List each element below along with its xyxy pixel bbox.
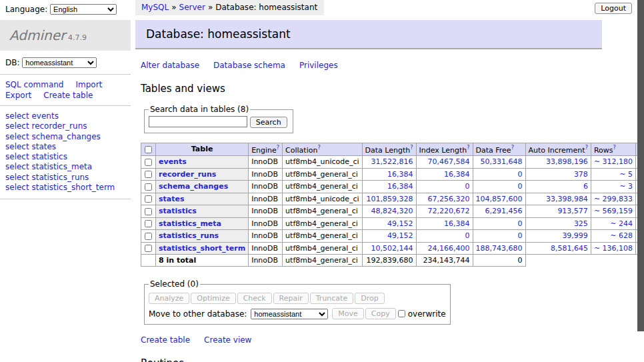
row-checkbox[interactable] xyxy=(145,233,152,240)
auto-increment-cell[interactable]: 39,999 xyxy=(525,230,591,243)
table-name-link[interactable]: schema_changes xyxy=(159,182,228,191)
auto-increment-cell[interactable]: 33,398,984 xyxy=(525,193,591,205)
rows-cell[interactable]: ~ 5 xyxy=(591,168,635,181)
database-schema-link[interactable]: Database schema xyxy=(213,61,285,70)
data-length-cell[interactable]: 49,152 xyxy=(362,217,416,230)
repair-button[interactable]: Repair xyxy=(273,293,309,304)
data-free-cell[interactable]: 0 xyxy=(473,168,525,181)
auto-increment-cell[interactable]: 6 xyxy=(525,181,591,193)
sidebar-select-statistics-meta-link[interactable]: select statistics_meta xyxy=(5,162,131,172)
row-checkbox[interactable] xyxy=(145,159,152,166)
privileges-link[interactable]: Privileges xyxy=(299,61,338,70)
sidebar-select-states-link[interactable]: select states xyxy=(5,142,131,152)
data-free-cell[interactable]: 6,291,456 xyxy=(473,205,525,218)
data-length-cell[interactable]: 10,502,144 xyxy=(362,242,416,255)
sidebar-sql-command-link[interactable]: SQL command xyxy=(5,80,63,89)
help-collation-link[interactable]: ? xyxy=(317,145,320,151)
table-name-link[interactable]: statistics xyxy=(159,207,197,215)
table-name-link[interactable]: recorder_runs xyxy=(159,170,216,179)
table-name-link[interactable]: states xyxy=(159,195,185,203)
help-rows-link[interactable]: ? xyxy=(613,145,615,151)
search-button[interactable]: Search xyxy=(250,117,287,128)
rows-cell[interactable]: ~ 569,159 xyxy=(591,205,635,218)
search-input[interactable] xyxy=(149,116,247,127)
index-length-cell[interactable]: 24,166,400 xyxy=(416,242,473,255)
data-free-cell[interactable]: 0 xyxy=(473,181,525,193)
rows-cell[interactable]: ~ 136,108 xyxy=(591,242,635,255)
auto-increment-cell[interactable]: 325 xyxy=(525,217,591,230)
create-view-link[interactable]: Create view xyxy=(204,335,251,345)
row-checkbox[interactable] xyxy=(145,245,152,252)
move-button[interactable]: Move xyxy=(332,308,364,319)
help-engine-link[interactable]: ? xyxy=(277,145,279,151)
language-select[interactable]: English xyxy=(50,4,117,15)
analyze-button[interactable]: Analyze xyxy=(149,293,189,304)
help-auto-increment-link[interactable]: ? xyxy=(585,145,588,151)
sidebar-select-schema-changes-link[interactable]: select schema_changes xyxy=(5,132,131,142)
sidebar-select-statistics-short-term-link[interactable]: select statistics_short_term xyxy=(5,183,131,193)
table-name-link[interactable]: events xyxy=(159,157,187,166)
index-length-cell[interactable]: 67,256,320 xyxy=(416,193,473,205)
sidebar-select-statistics-runs-link[interactable]: select statistics_runs xyxy=(5,173,131,183)
sidebar-select-recorder-runs-link[interactable]: select recorder_runs xyxy=(5,121,131,131)
row-checkbox[interactable] xyxy=(145,208,152,215)
check-button[interactable]: Check xyxy=(237,293,272,304)
rows-cell[interactable]: ~ 244 xyxy=(591,217,635,230)
rows-cell[interactable]: ~ 312,180 xyxy=(591,156,635,169)
rows-cell[interactable]: ~ 3 xyxy=(591,181,635,193)
row-checkbox[interactable] xyxy=(145,171,152,178)
help-data-length-link[interactable]: ? xyxy=(410,145,413,151)
table-name-link[interactable]: statistics_short_term xyxy=(159,244,245,253)
rows-cell[interactable]: ~ 628 xyxy=(591,230,635,243)
adminer-logo[interactable]: Adminer xyxy=(9,27,65,43)
alter-database-link[interactable]: Alter database xyxy=(141,61,199,70)
data-free-cell[interactable]: 0 xyxy=(473,217,525,230)
move-database-select[interactable]: homeassistant xyxy=(251,309,328,319)
data-free-cell[interactable]: 0 xyxy=(473,230,525,243)
breadcrumb-server[interactable]: Server xyxy=(179,3,205,12)
data-length-cell[interactable]: 16,384 xyxy=(362,181,416,193)
data-free-cell[interactable]: 50,331,648 xyxy=(473,156,525,169)
sidebar-export-link[interactable]: Export xyxy=(5,91,31,100)
sidebar-select-statistics-link[interactable]: select statistics xyxy=(5,152,131,162)
data-length-cell[interactable]: 16,384 xyxy=(362,168,416,181)
index-length-cell[interactable]: 0 xyxy=(416,181,473,193)
data-length-cell[interactable]: 49,152 xyxy=(362,230,416,243)
logout-button[interactable]: Logout xyxy=(595,3,632,14)
index-length-cell[interactable]: 16,384 xyxy=(416,168,473,181)
auto-increment-cell[interactable]: 378 xyxy=(525,168,591,181)
data-length-cell[interactable]: 31,522,816 xyxy=(362,156,416,169)
data-length-cell[interactable]: 48,824,320 xyxy=(362,205,416,218)
drop-button[interactable]: Drop xyxy=(355,293,384,304)
help-index-length-link[interactable]: ? xyxy=(467,145,469,151)
index-length-cell[interactable]: 16,384 xyxy=(416,217,473,230)
create-table-link[interactable]: Create table xyxy=(141,335,190,345)
sidebar-select-events-link[interactable]: select events xyxy=(5,111,131,121)
data-length-cell[interactable]: 101,859,328 xyxy=(362,193,416,205)
rows-cell[interactable]: ~ 299,833 xyxy=(591,193,635,205)
row-checkbox[interactable] xyxy=(145,195,152,203)
copy-button[interactable]: Copy xyxy=(365,308,396,319)
row-checkbox[interactable] xyxy=(145,183,152,191)
overwrite-checkbox[interactable] xyxy=(398,310,405,317)
sidebar-create-table-link[interactable]: Create table xyxy=(43,91,93,100)
breadcrumb-mysql[interactable]: MySQL xyxy=(141,3,169,12)
auto-increment-cell[interactable]: 33,898,196 xyxy=(525,156,591,169)
scrollbar-thumb[interactable] xyxy=(637,0,644,331)
index-length-cell[interactable]: 0 xyxy=(416,230,473,243)
auto-increment-cell[interactable]: 913,577 xyxy=(525,205,591,218)
sidebar-import-link[interactable]: Import xyxy=(75,80,102,89)
select-all-checkbox[interactable] xyxy=(145,146,152,153)
table-name-link[interactable]: statistics_runs xyxy=(159,231,219,240)
optimize-button[interactable]: Optimize xyxy=(191,293,235,304)
db-select[interactable]: homeassistant xyxy=(22,57,97,68)
vertical-scrollbar[interactable] xyxy=(637,0,644,362)
help-data-free-link[interactable]: ? xyxy=(511,145,514,151)
index-length-cell[interactable]: 72,220,672 xyxy=(416,205,473,218)
table-name-link[interactable]: statistics_meta xyxy=(159,219,221,228)
data-free-cell[interactable]: 104,857,600 xyxy=(473,193,525,205)
auto-increment-cell[interactable]: 8,581,645 xyxy=(525,242,591,255)
truncate-button[interactable]: Truncate xyxy=(310,293,353,304)
data-free-cell[interactable]: 188,743,680 xyxy=(473,242,525,255)
index-length-cell[interactable]: 70,467,584 xyxy=(416,156,473,169)
